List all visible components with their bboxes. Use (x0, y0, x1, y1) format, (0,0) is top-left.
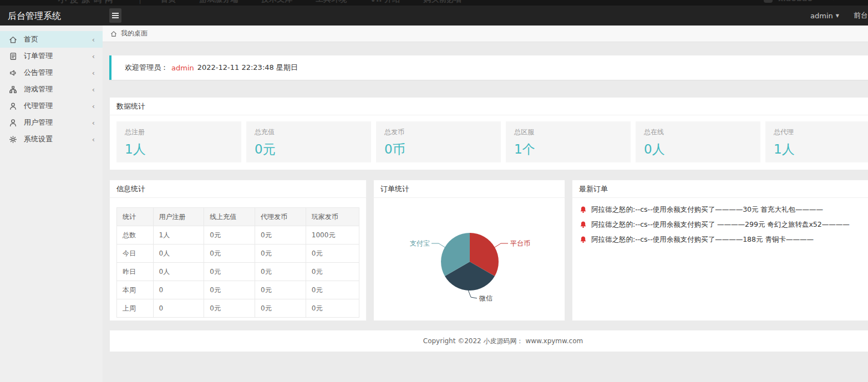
search-icon (827, 0, 835, 3)
announcement-icon (8, 68, 18, 78)
info-statistics-panel: 信息统计 统计用户注册线上充值代理发币玩家发币 总数1人0元0元1000元今日0… (109, 180, 367, 321)
bell-icon (579, 221, 587, 229)
copyright-text: Copyright ©2022 小皮源码网： www.xpymw.com (423, 337, 583, 346)
background-site-strip: 小皮源码网 | 首页游戏服务端技术文库工具环境VIP介绍购买前必看 xiaoba… (0, 0, 868, 6)
stat-card-label: 总在线 (644, 128, 752, 137)
order-list-item: 阿拉德之怒的:--cs--使用余额支付购买了————30元 首充大礼包———— (579, 205, 868, 215)
table-header-cell: 玩家发币 (306, 208, 359, 226)
home-icon (8, 35, 18, 44)
background-nav-item: 首页 (160, 0, 176, 4)
stat-card-label: 总发币 (384, 128, 493, 137)
table-cell: 0人 (153, 245, 204, 263)
stat-card: 总区服1个 (506, 121, 631, 162)
stat-card-label: 总代理 (774, 128, 868, 137)
stat-card-value: 1人 (774, 141, 868, 158)
welcome-datetime: 2022-12-11 22:23:48 星期日 (197, 63, 298, 73)
bell-icon (579, 206, 587, 214)
sidebar-item-home[interactable]: 首页‹ (0, 31, 103, 48)
sidebar-item-label: 游戏管理 (24, 84, 53, 94)
table-cell: 0元 (204, 299, 255, 318)
background-site-nav: 首页游戏服务端技术文库工具环境VIP介绍购买前必看 (160, 0, 462, 4)
table-cell: 0 (153, 299, 204, 318)
table-cell: 今日 (117, 245, 154, 263)
data-statistics-title: 数据统计 (110, 98, 868, 115)
chevron-left-icon: ‹ (92, 35, 95, 44)
data-statistics-panel: 数据统计 总注册1人总充值0元总发币0币总区服1个总在线0人总代理1人 (109, 97, 868, 170)
sidebar-toggle-button[interactable] (109, 8, 121, 23)
table-cell: 1000元 (306, 226, 359, 245)
breadcrumb: 我的桌面 (103, 26, 868, 42)
table-cell: 昨日 (117, 263, 154, 281)
sidebar-item-order[interactable]: 订单管理‹ (0, 48, 103, 64)
table-row: 昨日0人0元0元0元 (117, 263, 359, 281)
order-icon (8, 52, 18, 61)
sidebar-item-settings[interactable]: 系统设置‹ (0, 131, 103, 147)
table-cell: 0元 (306, 245, 359, 263)
table-cell: 0元 (306, 281, 359, 299)
background-nav-item: 游戏服务端 (199, 0, 238, 4)
table-header-cell: 用户注册 (153, 208, 204, 226)
stat-card-label: 总充值 (255, 128, 363, 137)
background-site-username: xiaobao (778, 0, 813, 3)
bell-icon (579, 236, 587, 244)
sidebar-item-user[interactable]: 用户管理‹ (0, 114, 103, 131)
chevron-left-icon: ‹ (92, 69, 95, 77)
top-header: 后台管理系统 admin ▼ 前台 (0, 6, 868, 26)
stat-card-value: 0币 (384, 141, 493, 158)
sidebar-item-label: 用户管理 (24, 118, 53, 128)
stat-card: 总在线0人 (636, 121, 760, 162)
home-icon (110, 30, 118, 38)
chevron-down-icon: ▼ (836, 13, 839, 18)
user-icon (8, 118, 18, 128)
info-statistics-title: 信息统计 (110, 180, 366, 198)
sidebar-item-game[interactable]: 游戏管理‹ (0, 81, 103, 98)
sidebar-item-label: 订单管理 (24, 51, 53, 61)
stat-card-value: 1人 (125, 141, 233, 158)
table-cell: 上周 (117, 299, 154, 318)
chevron-left-icon: ‹ (92, 85, 95, 94)
table-cell: 0元 (204, 245, 255, 263)
background-nav-item: 技术文库 (261, 0, 292, 4)
background-nav-item: 购买前必看 (423, 0, 462, 4)
order-text: 阿拉德之怒的:--cs--使用余额支付购买了————188元 青铜卡———— (591, 235, 814, 245)
sidebar-item-label: 系统设置 (24, 134, 53, 144)
stat-card-value: 0元 (255, 141, 363, 158)
game-icon (8, 85, 18, 94)
info-statistics-table: 统计用户注册线上充值代理发币玩家发币 总数1人0元0元1000元今日0人0元0元… (116, 207, 359, 318)
order-list-item: 阿拉德之怒的:--cs--使用余额支付购买了 ————299元 奇幻之旅转盘x5… (579, 220, 868, 230)
sidebar-item-agent[interactable]: 代理管理‹ (0, 98, 103, 114)
table-cell: 本周 (117, 281, 154, 299)
latest-orders-title: 最新订单 (572, 180, 868, 198)
table-cell: 0元 (255, 245, 306, 263)
order-list-item: 阿拉德之怒的:--cs--使用余额支付购买了————188元 青铜卡———— (579, 235, 868, 245)
background-site-logo: 小皮源码网 (58, 0, 116, 5)
agent-icon (8, 101, 18, 111)
background-site-divider: | (139, 0, 141, 4)
welcome-banner: 欢迎管理员： admin 2022-12-11 22:23:48 星期日 (109, 55, 868, 80)
sidebar-item-label: 首页 (24, 34, 38, 44)
table-cell: 0元 (204, 226, 255, 245)
table-header-cell: 代理发币 (255, 208, 306, 226)
sidebar-item-announcement[interactable]: 公告管理‹ (0, 64, 103, 81)
settings-icon (8, 135, 18, 144)
table-header-cell: 线上充值 (204, 208, 255, 226)
order-text: 阿拉德之怒的:--cs--使用余额支付购买了————30元 首充大礼包———— (591, 205, 823, 215)
sidebar: 首页‹订单管理‹公告管理‹游戏管理‹代理管理‹用户管理‹系统设置‹ (0, 26, 103, 382)
order-text: 阿拉德之怒的:--cs--使用余额支付购买了 ————299元 奇幻之旅转盘x5… (591, 220, 850, 230)
admin-user-menu[interactable]: admin ▼ (810, 12, 839, 20)
copyright-footer: Copyright ©2022 小皮源码网： www.xpymw.com (109, 330, 868, 352)
table-header-cell: 统计 (117, 208, 154, 226)
stat-card-value: 1个 (514, 141, 622, 158)
stat-cards-row: 总注册1人总充值0元总发币0币总区服1个总在线0人总代理1人 (110, 115, 868, 170)
welcome-username: admin (171, 64, 194, 72)
table-cell: 0元 (255, 226, 306, 245)
order-pie-chart: 支付宝 平台币 微信 (374, 198, 565, 322)
sidebar-item-label: 公告管理 (24, 68, 53, 78)
table-cell: 1人 (153, 226, 204, 245)
table-row: 上周00元0元0元 (117, 299, 359, 318)
table-cell: 0元 (306, 263, 359, 281)
table-cell: 0元 (204, 263, 255, 281)
frontend-link[interactable]: 前台 (854, 11, 868, 21)
stat-card-label: 总注册 (125, 128, 233, 137)
table-cell: 0元 (255, 281, 306, 299)
